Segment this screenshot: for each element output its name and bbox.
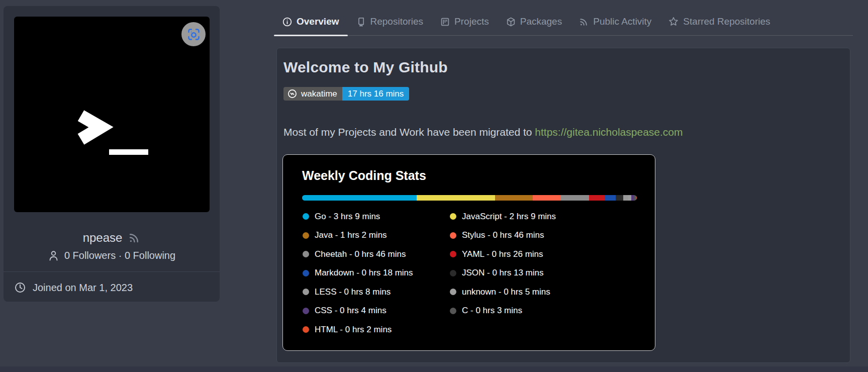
bar-segment-go — [302, 195, 417, 201]
legend-dot — [450, 308, 456, 314]
stats-title: Weekly Coding Stats — [302, 168, 655, 183]
legend-dot — [450, 289, 456, 295]
feed-waves-icon — [579, 17, 589, 27]
legend-dot — [303, 289, 309, 295]
legend-col-1: Go - 3 hrs 9 minsJava - 1 hrs 2 minsChee… — [303, 207, 450, 339]
legend-label: LESS - 0 hrs 8 mins — [315, 287, 391, 297]
camera-viewfinder-icon — [187, 28, 201, 41]
legend-label: HTML - 0 hrs 2 mins — [315, 325, 392, 335]
stats-bar — [302, 195, 637, 201]
legend-label: unknown - 0 hrs 5 mins — [462, 287, 550, 297]
bar-segment-stylus — [533, 195, 561, 201]
tab-public-activity[interactable]: Public Activity — [570, 8, 660, 35]
legend-dot — [303, 232, 309, 239]
clock-icon — [14, 282, 26, 294]
legend-label: Go - 3 hrs 9 mins — [315, 212, 380, 222]
wakatime-clock-icon — [287, 89, 297, 99]
repo-book-icon — [356, 17, 366, 27]
bar-segment-markdown — [605, 195, 616, 201]
follow-stats: 0 Followers · 0 Following — [4, 250, 220, 261]
legend-item-unknown: unknown - 0 hrs 5 mins — [450, 283, 556, 302]
legend-item-cheetah: Cheetah - 0 hrs 46 mins — [303, 245, 450, 264]
legend-dot — [303, 308, 309, 314]
tab-packages[interactable]: Packages — [498, 8, 570, 35]
legend-label: Java - 1 hrs 2 mins — [315, 230, 387, 240]
visual-search-button[interactable] — [181, 22, 206, 46]
bottom-strip — [0, 366, 868, 372]
legend-label: Cheetah - 0 hrs 46 mins — [315, 249, 406, 259]
bar-segment-yaml — [589, 195, 605, 201]
star-icon — [668, 17, 679, 27]
legend-label: JSON - 0 hrs 13 mins — [462, 268, 544, 278]
welcome-heading: Welcome to My Github — [283, 59, 850, 76]
tab-projects[interactable]: Projects — [432, 8, 498, 35]
legend-label: JavaScript - 2 hrs 9 mins — [462, 212, 556, 222]
legend-dot — [303, 251, 309, 257]
gitea-link[interactable]: https://gitea.nicholaspease.com — [535, 126, 683, 138]
bar-segment-html — [636, 195, 637, 201]
legend-label: Stylus - 0 hrs 46 mins — [462, 230, 544, 240]
weekly-coding-stats-card: Weekly Coding Stats Go - 3 hrs 9 minsJav… — [282, 154, 655, 351]
migration-text: Most of my Projects and Work have been m… — [283, 126, 535, 138]
legend-dot — [450, 232, 456, 239]
overview-content: Welcome to My Github wakatime 17 hrs 16 … — [276, 48, 850, 363]
wakatime-badge-value: 17 hrs 16 mins — [342, 87, 410, 101]
person-icon — [48, 250, 59, 261]
legend-label: YAML - 0 hrs 26 mins — [462, 249, 543, 259]
bar-segment-json — [616, 195, 624, 201]
migration-note: Most of my Projects and Work have been m… — [283, 126, 683, 138]
tab-starred-repositories[interactable]: Starred Repositories — [660, 8, 779, 35]
legend-item-yaml: YAML - 0 hrs 26 mins — [450, 245, 556, 264]
legend-dot — [450, 251, 456, 257]
terminal-prompt-icon — [14, 17, 210, 212]
wakatime-badge: wakatime 17 hrs 16 mins — [283, 87, 409, 101]
wakatime-badge-label: wakatime — [283, 87, 342, 101]
joined-row: Joined on Mar 1, 2023 — [14, 282, 133, 294]
bar-segment-less — [623, 195, 628, 201]
bar-segment-javascript — [417, 195, 495, 201]
legend-item-markdown: Markdown - 0 hrs 18 mins — [303, 264, 450, 283]
profile-divider — [4, 271, 220, 272]
rss-icon[interactable] — [128, 232, 140, 244]
bar-segment-java — [495, 195, 533, 201]
gitea-profile-page: npease 0 Followers · 0 Following Joined … — [0, 0, 868, 372]
kanban-board-icon — [440, 17, 450, 27]
legend-item-java: Java - 1 hrs 2 mins — [303, 226, 450, 245]
username: npease — [83, 231, 123, 245]
legend-label: Markdown - 0 hrs 18 mins — [315, 268, 413, 278]
legend-dot — [450, 213, 456, 220]
legend-item-json: JSON - 0 hrs 13 mins — [450, 264, 556, 283]
legend-item-html: HTML - 0 hrs 2 mins — [303, 320, 450, 339]
follow-stats-text: 0 Followers · 0 Following — [64, 250, 175, 261]
profile-tabs: Overview Repositories Projects — [274, 8, 853, 36]
legend-label: C - 0 hrs 3 mins — [462, 306, 522, 316]
legend-label: CSS - 0 hrs 4 mins — [315, 306, 387, 316]
legend-dot — [450, 270, 456, 276]
info-circle-icon — [282, 17, 292, 27]
legend-item-stylus: Stylus - 0 hrs 46 mins — [450, 226, 556, 245]
legend-dot — [303, 213, 309, 220]
bar-segment-cheetah — [561, 195, 589, 201]
legend-dot — [303, 270, 309, 276]
tab-repositories[interactable]: Repositories — [348, 8, 432, 35]
joined-text: Joined on Mar 1, 2023 — [33, 282, 133, 294]
legend-dot — [303, 326, 309, 333]
stats-legend: Go - 3 hrs 9 minsJava - 1 hrs 2 minsChee… — [303, 207, 556, 339]
legend-col-2: JavaScript - 2 hrs 9 minsStylus - 0 hrs … — [450, 207, 556, 339]
user-avatar — [14, 17, 210, 212]
profile-card: npease 0 Followers · 0 Following Joined … — [4, 6, 220, 302]
legend-item-less: LESS - 0 hrs 8 mins — [303, 283, 450, 302]
legend-item-go: Go - 3 hrs 9 mins — [303, 207, 450, 226]
legend-item-javascript: JavaScript - 2 hrs 9 mins — [450, 207, 556, 226]
legend-item-c: C - 0 hrs 3 mins — [450, 302, 556, 321]
package-cube-icon — [506, 17, 516, 27]
legend-item-css: CSS - 0 hrs 4 mins — [303, 302, 450, 321]
username-row: npease — [4, 231, 220, 245]
tab-overview[interactable]: Overview — [274, 8, 348, 35]
